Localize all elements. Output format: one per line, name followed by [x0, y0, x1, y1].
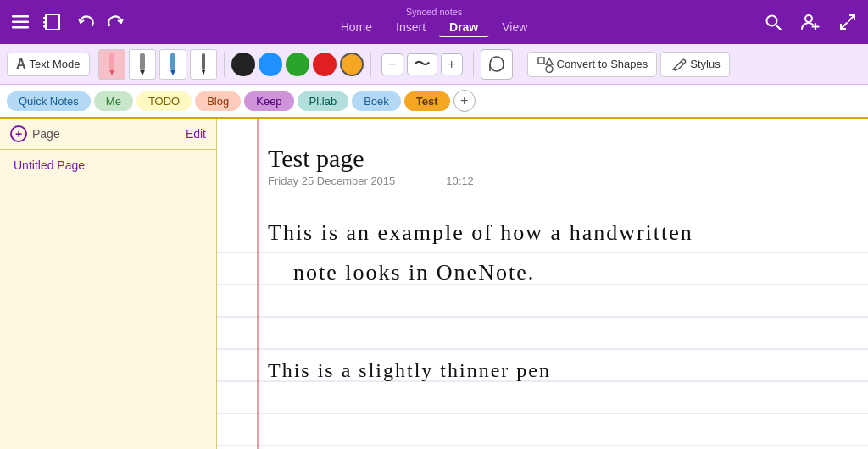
nav-tab-draw[interactable]: Draw — [439, 19, 488, 37]
svg-rect-14 — [109, 53, 114, 70]
convert-shapes-icon — [537, 56, 554, 73]
text-a-icon: A — [16, 57, 26, 72]
top-bar-right — [761, 10, 860, 34]
svg-marker-15 — [109, 70, 114, 75]
tab-pilab[interactable]: Pl.lab — [298, 91, 349, 111]
color-black[interactable] — [231, 53, 255, 76]
tab-test[interactable]: Test — [404, 91, 450, 111]
search-icon[interactable] — [761, 10, 785, 34]
expand-icon[interactable] — [836, 10, 860, 34]
add-notebook-button[interactable]: + — [453, 90, 476, 112]
handwriting-text-1: This is an example of how a handwritten … — [268, 208, 861, 335]
page-label: Page — [32, 127, 60, 141]
nav-tab-view[interactable]: View — [492, 19, 537, 37]
top-bar: Synced notes Home Insert Draw View — [0, 0, 868, 44]
pen-tool-black-1[interactable] — [129, 49, 156, 80]
svg-rect-4 — [43, 17, 47, 19]
svg-rect-16 — [140, 53, 145, 70]
svg-rect-18 — [170, 53, 175, 70]
note-area: Test page Friday 25 December 2015 10:12 … — [217, 119, 868, 449]
svg-rect-5 — [43, 21, 47, 24]
stroke-decrease-button[interactable]: − — [381, 53, 403, 75]
add-page-icon: + — [10, 125, 27, 142]
notebook-tabs-row: Quick Notes Me TODO Blog Keep Pl.lab Boe… — [0, 85, 868, 119]
note-content: Test page Friday 25 December 2015 10:12 … — [217, 119, 868, 449]
stroke-preview: 〜 — [407, 53, 437, 75]
text-mode-button[interactable]: A Text Mode — [7, 53, 90, 76]
tab-quick-notes[interactable]: Quick Notes — [7, 91, 91, 111]
text-mode-label: Text Mode — [30, 58, 81, 70]
pen-tool-pink[interactable] — [98, 49, 125, 80]
pen-tool-blue[interactable] — [159, 49, 186, 80]
nav-tab-home[interactable]: Home — [331, 19, 382, 37]
color-blue[interactable] — [259, 53, 282, 76]
convert-shapes-label: Convert to Shapes — [557, 58, 648, 70]
stylus-button[interactable]: Stylus — [660, 52, 729, 77]
stroke-controls: − 〜 + — [381, 53, 463, 75]
svg-line-12 — [849, 15, 854, 21]
stylus-icon — [670, 56, 687, 73]
redo-icon[interactable] — [103, 10, 127, 34]
sidebar: + Page Edit Untitled Page — [0, 119, 217, 449]
svg-point-9 — [805, 15, 812, 22]
svg-line-26 — [681, 61, 683, 64]
convert-to-shapes-button[interactable]: Convert to Shapes — [527, 52, 658, 77]
note-title: Test page — [268, 144, 851, 173]
svg-rect-3 — [46, 14, 59, 30]
nav-tabs: Home Insert Draw View — [331, 19, 538, 37]
svg-marker-24 — [546, 58, 553, 64]
tab-blog[interactable]: Blog — [195, 91, 241, 111]
svg-rect-0 — [12, 15, 29, 18]
toolbar-divider-4 — [520, 52, 520, 77]
tab-todo[interactable]: TODO — [136, 91, 192, 111]
lasso-tool-button[interactable] — [481, 49, 513, 80]
top-bar-center: Synced notes Home Insert Draw View — [331, 7, 538, 37]
nav-tab-insert[interactable]: Insert — [386, 19, 436, 37]
svg-rect-23 — [538, 58, 544, 64]
svg-rect-1 — [12, 21, 29, 24]
svg-rect-20 — [202, 53, 205, 70]
edit-label[interactable]: Edit — [186, 127, 206, 141]
tab-me[interactable]: Me — [94, 91, 133, 111]
svg-marker-21 — [202, 70, 205, 75]
undo-icon[interactable] — [75, 10, 98, 34]
color-red[interactable] — [313, 53, 337, 76]
page-item-untitled[interactable]: Untitled Page — [0, 150, 216, 180]
note-date-time: Friday 25 December 2015 10:12 — [268, 175, 851, 187]
draw-toolbar: A Text Mode − 〜 + — [0, 44, 868, 85]
stroke-wavy-icon: 〜 — [414, 53, 431, 75]
svg-line-13 — [841, 23, 847, 29]
svg-text:This is a slightly thinner pen: This is a slightly thinner pen — [268, 359, 551, 381]
pen-tool-black-2[interactable] — [190, 49, 217, 80]
tab-boek[interactable]: Boek — [352, 91, 401, 111]
toolbar-divider-2 — [370, 52, 371, 77]
notebook-icon[interactable] — [41, 10, 64, 34]
svg-marker-19 — [170, 70, 175, 75]
tab-keep[interactable]: Keep — [244, 91, 293, 111]
svg-rect-2 — [12, 26, 29, 29]
toolbar-divider-3 — [473, 52, 474, 77]
svg-text:note looks in OneNote.: note looks in OneNote. — [293, 260, 535, 285]
note-time: 10:12 — [446, 175, 474, 187]
main-content: + Page Edit Untitled Page Test page Frid… — [0, 119, 868, 449]
color-green[interactable] — [286, 53, 309, 76]
sidebar-header: + Page Edit — [0, 119, 216, 150]
stroke-increase-button[interactable]: + — [441, 53, 463, 75]
svg-point-25 — [546, 65, 553, 72]
stylus-label: Stylus — [690, 58, 720, 70]
svg-line-8 — [776, 25, 781, 30]
synced-label: Synced notes — [406, 7, 463, 17]
svg-rect-6 — [43, 25, 47, 28]
color-orange[interactable] — [340, 53, 364, 76]
add-user-icon[interactable] — [798, 10, 822, 34]
svg-text:This is an example of how a ha: This is an example of how a handwritten — [268, 220, 693, 245]
hamburger-menu-icon[interactable] — [8, 10, 32, 34]
note-date: Friday 25 December 2015 — [268, 175, 395, 187]
add-page-button[interactable]: + Page — [10, 125, 60, 142]
handwriting-text-2: This is a slightly thinner pen — [268, 343, 861, 394]
toolbar-divider-1 — [224, 52, 225, 77]
svg-marker-17 — [140, 70, 145, 75]
